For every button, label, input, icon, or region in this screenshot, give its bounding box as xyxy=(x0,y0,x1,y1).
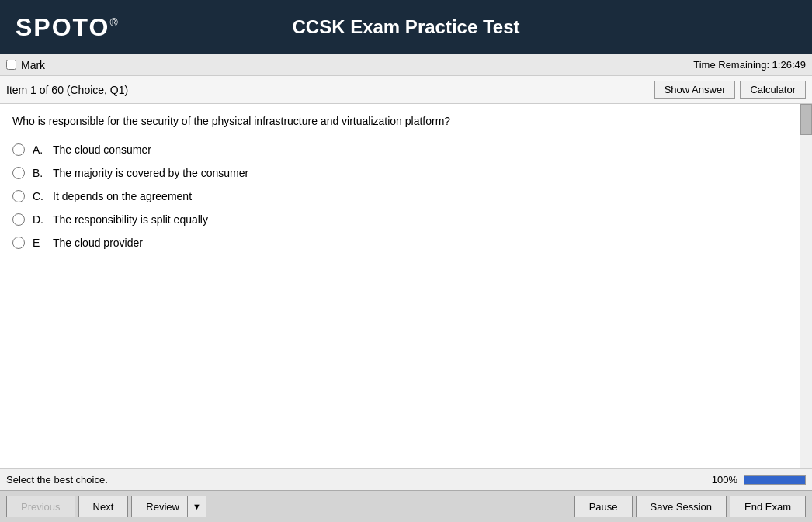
item-bar: Item 1 of 60 (Choice, Q1) Show Answer Ca… xyxy=(0,76,812,104)
review-button[interactable]: Review xyxy=(131,496,187,517)
choice-radio-b[interactable] xyxy=(12,167,25,179)
progress-pct: 100% xyxy=(712,474,737,486)
main-content: Who is responsible for the security of t… xyxy=(0,104,800,468)
progress-bar-track xyxy=(744,475,806,485)
item-info: Item 1 of 60 (Choice, Q1) xyxy=(6,84,128,96)
logo-sup: ® xyxy=(109,16,119,29)
choice-text: The majority is covered by the consumer xyxy=(53,167,248,179)
mark-checkbox[interactable] xyxy=(6,60,16,70)
choices: A.The cloud consumerB.The majority is co… xyxy=(12,143,787,249)
choice-letter: B. xyxy=(33,167,47,179)
pause-button[interactable]: Pause xyxy=(574,496,633,517)
scrollbar-thumb[interactable] xyxy=(800,104,812,135)
choice-text: The responsibility is split equally xyxy=(53,213,208,226)
choice-letter: A. xyxy=(33,143,47,156)
choice-radio-e[interactable] xyxy=(12,237,25,249)
mark-label: Mark xyxy=(21,59,45,71)
end-exam-button[interactable]: End Exam xyxy=(730,496,806,517)
mark-bar: Mark Time Remaining: 1:26:49 xyxy=(0,54,812,76)
logo: SPOTO® xyxy=(16,13,120,42)
question-text: Who is responsible for the security of t… xyxy=(12,113,787,130)
choice-row: C.It depends on the agreement xyxy=(12,190,787,202)
scrollbar-track[interactable] xyxy=(800,104,812,468)
choice-text: The cloud consumer xyxy=(53,143,151,156)
calculator-button[interactable]: Calculator xyxy=(740,81,806,99)
time-remaining: Time Remaining: 1:26:49 xyxy=(693,59,806,71)
choice-letter: D. xyxy=(33,213,47,226)
choice-radio-d[interactable] xyxy=(12,213,25,226)
progress-right: 100% xyxy=(712,474,806,486)
save-session-button[interactable]: Save Session xyxy=(636,496,727,517)
choice-letter: C. xyxy=(33,190,47,202)
choice-radio-c[interactable] xyxy=(12,190,25,202)
choice-letter: E xyxy=(33,237,47,249)
review-dropdown-arrow[interactable]: ▼ xyxy=(187,496,206,517)
choice-radio-a[interactable] xyxy=(12,143,25,156)
choice-row: EThe cloud provider xyxy=(12,237,787,249)
choice-label-1[interactable]: B.The majority is covered by the consume… xyxy=(33,167,248,179)
app-title: CCSK Exam Practice Test xyxy=(292,16,519,38)
choice-row: B.The majority is covered by the consume… xyxy=(12,167,787,179)
choice-text: The cloud provider xyxy=(53,237,143,249)
progress-bar-fill xyxy=(744,476,805,484)
status-text: Select the best choice. xyxy=(6,474,108,486)
right-buttons: Pause Save Session End Exam xyxy=(574,496,806,517)
choice-label-4[interactable]: EThe cloud provider xyxy=(33,237,143,249)
status-bar: Select the best choice. 100% xyxy=(0,468,812,490)
choice-text: It depends on the agreement xyxy=(53,190,192,202)
choice-label-0[interactable]: A.The cloud consumer xyxy=(33,143,151,156)
show-answer-button[interactable]: Show Answer xyxy=(654,81,736,99)
header: SPOTO® CCSK Exam Practice Test xyxy=(0,0,812,54)
choice-row: A.The cloud consumer xyxy=(12,143,787,156)
left-buttons: Previous Next Review ▼ xyxy=(6,496,206,517)
content-wrapper: Who is responsible for the security of t… xyxy=(0,104,812,468)
logo-text: SPOTO xyxy=(16,13,109,41)
next-button[interactable]: Next xyxy=(78,496,129,517)
footer-nav: Previous Next Review ▼ Pause Save Sessio… xyxy=(0,490,812,522)
item-buttons: Show Answer Calculator xyxy=(654,81,806,99)
choice-label-2[interactable]: C.It depends on the agreement xyxy=(33,190,192,202)
previous-button[interactable]: Previous xyxy=(6,496,75,517)
choice-label-3[interactable]: D.The responsibility is split equally xyxy=(33,213,208,226)
review-group: Review ▼ xyxy=(131,496,206,517)
mark-left: Mark xyxy=(6,59,45,71)
choice-row: D.The responsibility is split equally xyxy=(12,213,787,226)
